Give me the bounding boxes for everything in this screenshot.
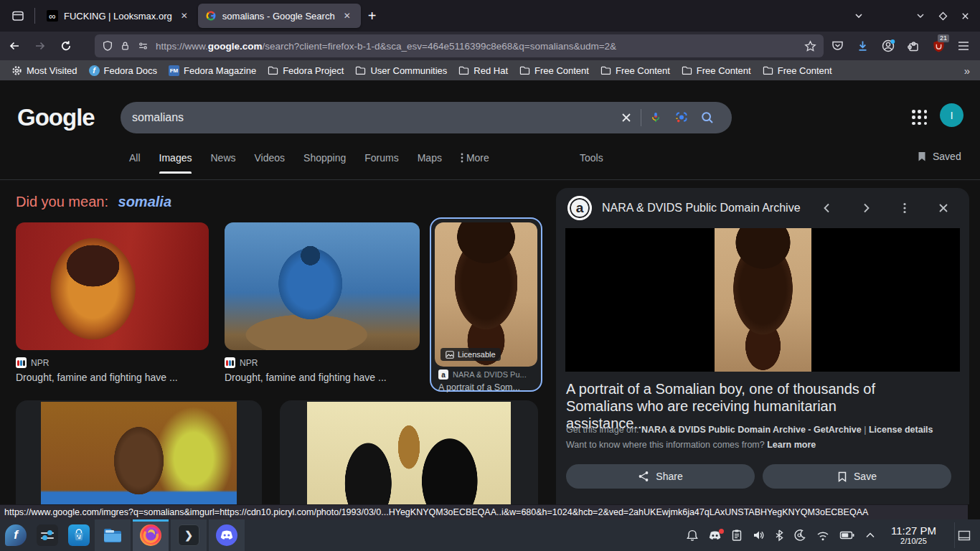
bookmark-icon xyxy=(837,471,847,482)
list-tabs-icon[interactable] xyxy=(854,11,864,21)
previous-image-button[interactable] xyxy=(813,194,842,222)
license-details-link[interactable]: License details xyxy=(869,425,933,435)
task-firefox[interactable] xyxy=(133,519,169,551)
google-apps-grid-button[interactable] xyxy=(910,108,930,128)
task-terminal[interactable]: ❯ xyxy=(171,519,207,551)
bookmark-free-content-2[interactable]: Free Content xyxy=(596,64,674,77)
clear-search-button[interactable] xyxy=(613,105,639,131)
tab-shopping[interactable]: Shopping xyxy=(303,152,346,164)
clock-widget[interactable]: 11:27 PM 2/10/25 xyxy=(891,524,936,546)
minimize-window-icon[interactable] xyxy=(915,11,925,21)
lens-search-button[interactable] xyxy=(669,105,694,131)
result-title[interactable]: A portrait of a Som... xyxy=(438,382,535,392)
tray-expand-chevron-icon[interactable] xyxy=(864,531,876,540)
lock-icon[interactable] xyxy=(120,40,131,52)
downloads-icon[interactable] xyxy=(856,39,870,52)
voice-search-button[interactable] xyxy=(643,105,669,131)
maximize-window-icon[interactable] xyxy=(938,11,948,21)
tab-close-icon[interactable]: ✕ xyxy=(341,9,354,22)
result-title[interactable]: Drought, famine and fighting have ... xyxy=(16,372,217,383)
save-button[interactable]: Save xyxy=(763,464,951,489)
result-card-5[interactable] xyxy=(280,400,538,504)
suggestion-link[interactable]: somalia xyxy=(118,194,171,209)
battery-icon[interactable] xyxy=(839,530,855,540)
night-color-icon[interactable] xyxy=(793,529,806,542)
source-link[interactable]: NARA & DVIDS Public Domain Archive - Get… xyxy=(641,425,862,435)
bookmark-fedora-project[interactable]: Fedora Project xyxy=(263,64,348,77)
account-button[interactable] xyxy=(881,39,895,53)
result-image-4[interactable] xyxy=(41,402,237,504)
bookmark-most-visited[interactable]: Most Visited xyxy=(7,64,82,77)
wifi-icon[interactable] xyxy=(816,529,830,542)
result-title[interactable]: Drought, famine and fighting have ... xyxy=(225,372,425,383)
search-query[interactable]: somalians xyxy=(132,111,613,124)
permissions-icon[interactable] xyxy=(137,40,149,52)
result-image-3[interactable]: Licensable xyxy=(435,222,537,367)
ublock-origin-button[interactable]: 21 xyxy=(932,39,946,53)
tab-more[interactable]: More xyxy=(461,152,489,164)
result-image-5[interactable] xyxy=(307,402,511,504)
tab-news[interactable]: News xyxy=(210,152,235,164)
pocket-icon[interactable] xyxy=(831,39,844,52)
tab-looksmax[interactable]: ∞ FUCKING | Looksmax.org ✕ xyxy=(39,4,198,28)
close-window-icon[interactable] xyxy=(961,11,970,21)
system-settings-launcher[interactable] xyxy=(32,519,63,551)
google-logo[interactable]: Google xyxy=(17,104,95,131)
bookmark-user-communities[interactable]: User Communities xyxy=(351,64,451,77)
back-button[interactable] xyxy=(3,35,26,57)
search-submit-button[interactable] xyxy=(694,105,720,131)
bluetooth-icon[interactable] xyxy=(774,529,784,542)
bookmarks-overflow-chevron[interactable]: » xyxy=(964,65,973,77)
result-card-4[interactable] xyxy=(16,400,262,504)
software-store-launcher[interactable] xyxy=(63,519,95,551)
bookmark-star-icon[interactable] xyxy=(804,40,816,52)
result-card-selected[interactable]: Licensable a NARA & DVIDS Pu... A portra… xyxy=(430,217,542,392)
panel-source-title[interactable]: NARA & DVIDS Public Domain Archive - Get… xyxy=(602,202,803,215)
saved-button[interactable]: Saved xyxy=(916,151,961,162)
tab-images[interactable]: Images xyxy=(159,152,192,164)
account-icon xyxy=(881,39,895,53)
firefox-view-button[interactable] xyxy=(6,5,30,27)
panel-close-button[interactable] xyxy=(929,194,958,222)
fedora-menu-button[interactable]: f xyxy=(0,519,32,551)
tab-google-search[interactable]: somalians - Google Search ✕ xyxy=(198,4,361,28)
forward-button[interactable] xyxy=(29,35,52,57)
account-avatar[interactable]: I xyxy=(940,103,963,127)
learn-more-link[interactable]: Learn more xyxy=(767,440,816,450)
next-image-button[interactable] xyxy=(852,194,880,222)
tab-close-icon[interactable]: ✕ xyxy=(178,9,191,22)
clipboard-icon[interactable] xyxy=(731,529,743,542)
reload-button[interactable] xyxy=(55,35,77,57)
task-file-manager[interactable] xyxy=(95,519,131,551)
tools-button[interactable]: Tools xyxy=(580,152,603,164)
tab-videos[interactable]: Videos xyxy=(255,152,286,164)
share-button[interactable]: Share xyxy=(566,464,755,489)
discord-tray-icon[interactable] xyxy=(708,530,722,541)
bookmark-free-content-3[interactable]: Free Content xyxy=(677,64,755,77)
tab-maps[interactable]: Maps xyxy=(418,152,442,164)
bookmark-fedora-magazine[interactable]: FM Fedora Magazine xyxy=(164,64,260,77)
panel-menu-button[interactable] xyxy=(890,194,919,222)
tab-forums[interactable]: Forums xyxy=(364,152,398,164)
tracking-shield-icon[interactable] xyxy=(102,40,113,52)
extensions-puzzle-icon[interactable] xyxy=(907,39,920,53)
bookmark-free-content-4[interactable]: Free Content xyxy=(758,64,837,77)
bookmark-fedora-docs[interactable]: f Fedora Docs xyxy=(85,64,161,77)
menu-hamburger-icon[interactable] xyxy=(957,40,970,52)
new-tab-button[interactable]: + xyxy=(361,6,384,26)
bookmark-free-content-1[interactable]: Free Content xyxy=(515,64,593,77)
show-desktop-button[interactable] xyxy=(954,522,973,548)
task-discord[interactable] xyxy=(209,519,245,551)
url-bar[interactable]: https://www.google.com/search?client=fir… xyxy=(95,34,824,57)
search-box[interactable]: somalians xyxy=(121,102,732,133)
result-source: NPR xyxy=(240,358,258,368)
result-image-1[interactable] xyxy=(16,222,209,350)
result-image-2[interactable] xyxy=(225,222,420,350)
tab-all[interactable]: All xyxy=(129,152,141,164)
notifications-bell-icon[interactable] xyxy=(686,529,699,542)
url-text[interactable]: https://www.google.com/search?client=fir… xyxy=(156,41,798,52)
firefox-icon xyxy=(140,524,161,546)
preview-image[interactable] xyxy=(715,228,811,372)
volume-icon[interactable] xyxy=(752,529,765,542)
bookmark-red-hat[interactable]: Red Hat xyxy=(454,64,512,77)
